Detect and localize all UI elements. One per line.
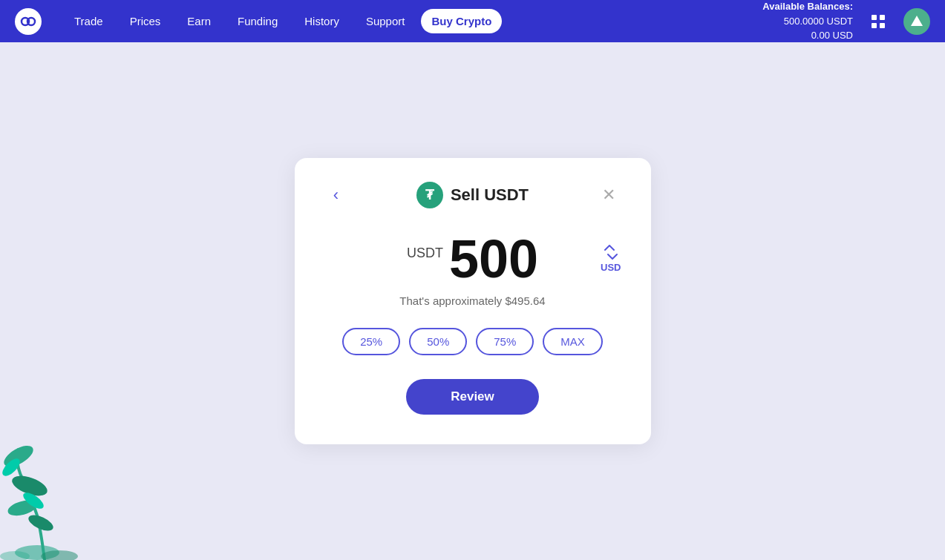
nav-funding[interactable]: Funding [227,9,288,33]
grid-icon-button[interactable] [865,8,892,35]
percentage-buttons: 25% 50% 75% MAX [324,328,621,355]
navbar: Trade Prices Earn Funding History Suppor… [0,0,945,42]
nav-support[interactable]: Support [356,9,416,33]
switch-arrows-icon [602,245,620,262]
nav-links: Trade Prices Earn Funding History Suppor… [64,9,762,33]
amount-value: 500 [449,232,538,286]
logo[interactable] [15,8,42,35]
switch-currency-button[interactable]: USD [601,245,621,273]
navbar-right: Available Balances: 500.0000 USDT 0.00 U… [762,0,930,43]
nav-buy-crypto[interactable]: Buy Crypto [421,9,502,33]
svg-rect-4 [872,23,877,28]
plant-decoration [0,397,97,560]
pct-25-button[interactable]: 25% [342,328,400,355]
approx-text: That's approximately $495.64 [324,294,621,307]
pct-50-button[interactable]: 50% [409,328,467,355]
svg-rect-5 [880,23,885,28]
available-balances: Available Balances: 500.0000 USDT 0.00 U… [762,0,853,43]
nav-earn[interactable]: Earn [177,9,221,33]
back-button[interactable]: ‹ [324,183,348,207]
amount-section: USDT 500 USD [324,232,621,286]
svg-rect-2 [872,15,877,20]
modal-title: ₮ Sell USDT [416,182,529,208]
balance-usdt: 500.0000 USDT [762,14,853,29]
balances-label: Available Balances: [762,0,853,14]
review-button[interactable]: Review [406,379,539,415]
nav-prices[interactable]: Prices [120,9,171,33]
nav-trade[interactable]: Trade [64,9,114,33]
nav-history[interactable]: History [294,9,350,33]
balance-usd: 0.00 USD [762,28,853,43]
svg-rect-3 [880,15,885,20]
logo-mark [15,8,42,35]
currency-label: USDT [407,246,443,261]
switch-currency-label: USD [601,262,621,273]
pct-75-button[interactable]: 75% [476,328,534,355]
pct-max-button[interactable]: MAX [543,328,603,355]
modal-header: ‹ ₮ Sell USDT ✕ [324,182,621,208]
profile-icon-button[interactable] [903,8,930,35]
modal-title-text: Sell USDT [451,185,529,205]
main-content: ‹ ₮ Sell USDT ✕ USDT 500 USD [0,42,945,560]
close-button[interactable]: ✕ [597,183,621,207]
modal-card: ‹ ₮ Sell USDT ✕ USDT 500 USD [295,158,651,444]
tether-icon: ₮ [416,182,443,208]
